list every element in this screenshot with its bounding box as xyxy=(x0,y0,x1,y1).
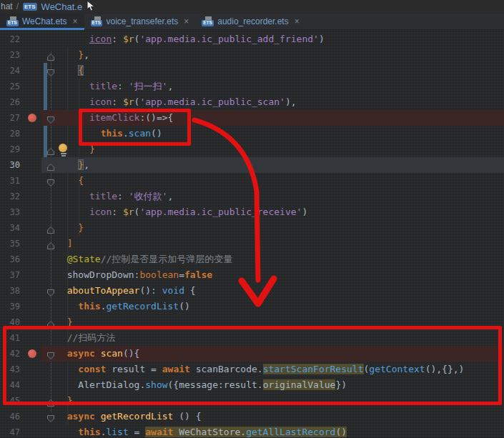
line-number[interactable]: 32 xyxy=(0,189,20,204)
line-number[interactable]: 37 xyxy=(0,267,20,283)
fold-end-icon[interactable] xyxy=(46,161,55,169)
code-line: 22 icon: $r('app.media.ic_public_add_fri… xyxy=(0,31,504,47)
fold-collapse-icon[interactable] xyxy=(46,114,55,122)
line-number[interactable]: 34 xyxy=(0,220,20,236)
code-line: 36 @State//控制是否显示加号弹层的变量 xyxy=(0,252,504,267)
fold-end-icon[interactable] xyxy=(46,145,55,154)
code-line: 30 }, xyxy=(0,157,504,173)
code-text[interactable]: icon: $r('app.media.ic_public_add_friend… xyxy=(56,31,325,47)
line-number[interactable]: 23 xyxy=(0,47,20,63)
editor-tab[interactable]: ETSaudio_recorder.ets× xyxy=(195,14,305,29)
tab-label: audio_recorder.ets xyxy=(217,16,288,26)
code-line: 29 } xyxy=(0,141,504,157)
tab-bar: ETSWeChat.ets×ETSvoice_transefer.ets×ETS… xyxy=(0,13,504,30)
code-text[interactable]: }, xyxy=(56,157,89,173)
breadcrumb: hat / ETS WeChat.e xyxy=(0,0,504,13)
tab-close-icon[interactable]: × xyxy=(184,17,189,26)
code-line: 33 icon: $r('app.media.ic_public_receive… xyxy=(0,204,504,220)
fold-end-icon[interactable] xyxy=(46,51,55,59)
line-highlight-band xyxy=(41,220,504,236)
code-text[interactable]: title: '扫一扫', xyxy=(56,79,173,94)
tab-close-icon[interactable]: × xyxy=(295,17,300,26)
fold-end-icon[interactable] xyxy=(46,224,55,232)
line-number[interactable]: 38 xyxy=(0,283,20,299)
code-text[interactable]: } xyxy=(56,220,84,236)
line-number[interactable]: 22 xyxy=(0,31,20,47)
code-line: 25 title: '扫一扫', xyxy=(0,79,504,94)
annotation-box-itemclick xyxy=(79,109,191,146)
code-text[interactable]: async getRecordList () { xyxy=(56,409,202,424)
code-line: 27 itemClick:()=>{ xyxy=(0,110,504,126)
line-number[interactable]: 33 xyxy=(0,204,20,220)
code-text[interactable]: icon: $r('app.media.ic_public_scan'), xyxy=(56,94,297,110)
fold-collapse-icon[interactable] xyxy=(46,412,55,421)
tab-close-icon[interactable]: × xyxy=(72,17,77,26)
line-number[interactable]: 28 xyxy=(0,126,20,141)
code-text[interactable]: ] xyxy=(56,236,72,252)
line-number[interactable]: 25 xyxy=(0,79,20,94)
code-line: 35 ] xyxy=(0,236,504,252)
code-line: 26 icon: $r('app.media.ic_public_scan'), xyxy=(0,94,504,110)
ets-file-icon: ETS xyxy=(91,16,102,26)
code-editor[interactable]: 22 icon: $r('app.media.ic_public_add_fri… xyxy=(0,30,504,438)
line-number[interactable]: 39 xyxy=(0,299,20,314)
code-line: 32 title: '收付款', xyxy=(0,189,504,204)
breadcrumb-file[interactable]: WeChat.e xyxy=(41,1,83,12)
breakpoint-icon[interactable] xyxy=(28,114,36,122)
line-highlight-band xyxy=(41,157,504,173)
line-number[interactable]: 24 xyxy=(0,63,20,79)
code-line: 23 }, xyxy=(0,47,504,63)
line-highlight-band xyxy=(41,173,504,189)
code-text[interactable]: this.getRecordList() xyxy=(56,299,190,314)
ets-file-icon: ETS xyxy=(202,16,213,26)
line-number[interactable]: 46 xyxy=(0,409,20,424)
code-text[interactable]: }, xyxy=(56,47,89,63)
code-line: 37 showDropDown:boolean=false xyxy=(0,267,504,283)
line-highlight-band xyxy=(41,63,504,79)
code-line: 24 { xyxy=(0,63,504,79)
ets-file-badge: ETS xyxy=(23,3,37,11)
code-text[interactable]: { xyxy=(56,63,84,79)
breadcrumb-parent[interactable]: hat xyxy=(1,1,13,11)
line-number[interactable]: 31 xyxy=(0,173,20,189)
code-text[interactable]: icon: $r('app.media.ic_public_receive') xyxy=(56,204,307,220)
code-text[interactable]: { xyxy=(56,173,84,189)
tab-label: WeChat.ets xyxy=(22,16,66,26)
code-line: 38 aboutToAppear(): void { xyxy=(0,283,504,299)
fold-collapse-icon[interactable] xyxy=(46,176,55,185)
code-text[interactable]: @State//控制是否显示加号弹层的变量 xyxy=(56,252,232,267)
code-text[interactable]: this.list = await WeChatStore.getAllLast… xyxy=(56,424,347,438)
fold-end-icon[interactable] xyxy=(46,239,55,248)
line-number[interactable]: 35 xyxy=(0,236,20,252)
annotation-box-scan-method xyxy=(3,326,502,405)
code-line: 34 } xyxy=(0,220,504,236)
code-line: 46 async getRecordList () { xyxy=(0,409,504,424)
ets-file-icon-label: ETS xyxy=(202,20,214,27)
line-highlight-band xyxy=(41,47,504,63)
code-line: 31 { xyxy=(0,173,504,189)
breadcrumb-separator: / xyxy=(16,1,19,11)
line-highlight-band xyxy=(41,236,504,252)
code-text[interactable]: aboutToAppear(): void { xyxy=(56,283,196,299)
mouse-cursor-icon xyxy=(86,0,96,12)
ets-file-icon-label: ETS xyxy=(91,20,103,27)
ets-file-icon-label: ETS xyxy=(6,20,19,27)
line-number[interactable]: 30 xyxy=(0,157,20,173)
intention-bulb-icon[interactable] xyxy=(59,144,68,156)
line-number[interactable]: 26 xyxy=(0,94,20,110)
code-line: 47 this.list = await WeChatStore.getAllL… xyxy=(0,424,504,438)
line-number[interactable]: 29 xyxy=(0,141,20,157)
line-number[interactable]: 47 xyxy=(0,424,20,438)
code-line: 39 this.getRecordList() xyxy=(0,299,504,314)
line-number[interactable]: 27 xyxy=(0,110,20,126)
tab-label: voice_transefer.ets xyxy=(107,16,179,26)
editor-tab[interactable]: ETSvoice_transefer.ets× xyxy=(84,14,196,29)
fold-collapse-icon[interactable] xyxy=(46,287,55,295)
fold-collapse-icon[interactable] xyxy=(46,66,55,75)
code-line: 28 this.scan() xyxy=(0,126,504,141)
editor-tab[interactable]: ETSWeChat.ets× xyxy=(0,14,84,29)
ets-file-icon: ETS xyxy=(6,16,18,26)
line-number[interactable]: 36 xyxy=(0,252,20,267)
code-text[interactable]: title: '收付款', xyxy=(56,189,173,204)
code-text[interactable]: showDropDown:boolean=false xyxy=(56,267,212,283)
